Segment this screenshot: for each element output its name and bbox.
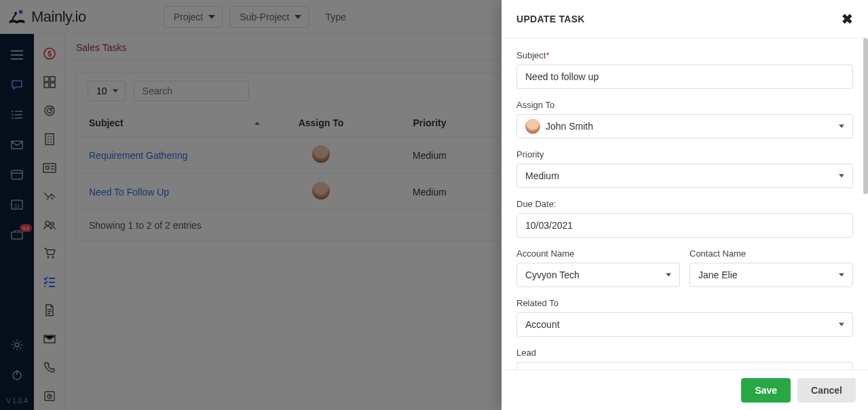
due-date-input[interactable] <box>516 213 853 238</box>
lead-select[interactable] <box>516 362 853 369</box>
contact-select[interactable]: Jane Elie <box>690 263 853 287</box>
assign-select[interactable]: John Smith <box>516 114 853 138</box>
subject-input[interactable] <box>516 64 853 89</box>
drawer-title: UPDATE TASK <box>516 14 585 24</box>
due-date-label: Due Date: <box>516 199 853 209</box>
caret-down-icon <box>839 274 844 277</box>
contact-label: Contact Name <box>690 248 853 259</box>
close-icon[interactable]: ✖ <box>842 11 853 27</box>
save-button[interactable]: Save <box>741 378 791 403</box>
caret-down-icon <box>839 174 844 178</box>
update-task-drawer: UPDATE TASK ✖ Subject* Assign To John Sm… <box>502 0 868 410</box>
account-label: Account Name <box>516 248 680 259</box>
related-to-label: Related To <box>516 298 853 308</box>
caret-down-icon <box>666 274 671 277</box>
assign-label: Assign To <box>516 100 853 110</box>
related-to-select[interactable]: Account <box>516 312 853 337</box>
caret-down-icon <box>839 125 844 128</box>
scrollbar[interactable] <box>863 38 868 369</box>
avatar <box>525 119 540 134</box>
priority-select[interactable]: Medium <box>516 164 853 188</box>
account-select[interactable]: Cyvyon Tech <box>516 263 680 287</box>
priority-label: Priority <box>516 149 853 160</box>
caret-down-icon <box>839 323 844 327</box>
lead-label: Lead <box>516 348 853 358</box>
cancel-button[interactable]: Cancel <box>797 378 856 403</box>
subject-label: Subject* <box>516 50 853 60</box>
